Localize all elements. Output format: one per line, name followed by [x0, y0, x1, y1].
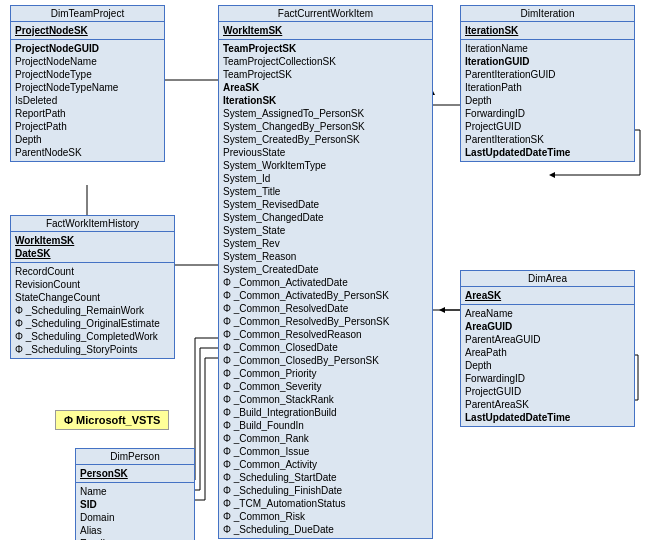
field-foundin: Φ _Build_FoundIn	[223, 419, 428, 432]
field-reportpath: ReportPath	[15, 107, 160, 120]
field-closeddate: Φ _Common_ClosedDate	[223, 341, 428, 354]
field-teamprojectsk2: TeamProjectSK	[223, 68, 428, 81]
field-personsk: PersonSK	[80, 467, 190, 480]
entity-factcurrentworkitem-title: FactCurrentWorkItem	[219, 6, 432, 22]
field-area-projectguid: ProjectGUID	[465, 385, 630, 398]
field-startdate: Φ _Scheduling_StartDate	[223, 471, 428, 484]
field-issue: Φ _Common_Issue	[223, 445, 428, 458]
svg-marker-27	[549, 172, 555, 178]
field-workitemsk-fact: WorkItemSK	[223, 24, 428, 37]
field-reviseddate: System_RevisedDate	[223, 198, 428, 211]
field-completedwork: Φ _Scheduling_CompletedWork	[15, 330, 170, 343]
field-projectnodetypename: ProjectNodeTypeName	[15, 81, 160, 94]
field-iteration-lastupdated: LastUpdatedDateTime	[465, 146, 630, 159]
field-projectnodeguid: ProjectNodeGUID	[15, 42, 160, 55]
field-finishdate: Φ _Scheduling_FinishDate	[223, 484, 428, 497]
entity-dimarea: DimArea AreaSK AreaName AreaGUID ParentA…	[460, 270, 635, 427]
field-originalestimate: Φ _Scheduling_OriginalEstimate	[15, 317, 170, 330]
field-activatedby: Φ _Common_ActivatedBy_PersonSK	[223, 289, 428, 302]
field-projectpath: ProjectPath	[15, 120, 160, 133]
field-priority: Φ _Common_Priority	[223, 367, 428, 380]
field-createdby: System_CreatedBy_PersonSK	[223, 133, 428, 146]
field-parentiterationguid: ParentIterationGUID	[465, 68, 630, 81]
field-iterationpath: IterationPath	[465, 81, 630, 94]
entity-dimperson-title: DimPerson	[76, 449, 194, 465]
field-iterationguid: IterationGUID	[465, 55, 630, 68]
entity-dimarea-title: DimArea	[461, 271, 634, 287]
entity-factcurrentworkitem: FactCurrentWorkItem WorkItemSK TeamProje…	[218, 5, 433, 539]
field-alias: Alias	[80, 524, 190, 537]
field-systemid: System_Id	[223, 172, 428, 185]
entity-factworkitemhistory-pk: WorkItemSK DateSK	[11, 232, 174, 263]
field-recordcount: RecordCount	[15, 265, 170, 278]
field-isdeleted: IsDeleted	[15, 94, 160, 107]
field-stackrank: Φ _Common_StackRank	[223, 393, 428, 406]
entity-dimperson-fields: Name SID Domain Alias Email	[76, 483, 194, 540]
field-areask-fact: AreaSK	[223, 81, 428, 94]
field-iterationname: IterationName	[465, 42, 630, 55]
field-sid: SID	[80, 498, 190, 511]
svg-marker-23	[439, 307, 445, 313]
field-createddate: System_CreatedDate	[223, 263, 428, 276]
entity-factworkitemhistory: FactWorkItemHistory WorkItemSK DateSK Re…	[10, 215, 175, 359]
entity-dimiteration-fields: IterationName IterationGUID ParentIterat…	[461, 40, 634, 161]
entity-dimiteration-pk: IterationSK	[461, 22, 634, 40]
field-remainwork: Φ _Scheduling_RemainWork	[15, 304, 170, 317]
field-resolveddate: Φ _Common_ResolvedDate	[223, 302, 428, 315]
entity-dimteamproject: DimTeamProject ProjectNodeSK ProjectNode…	[10, 5, 165, 162]
entity-dimarea-fields: AreaName AreaGUID ParentAreaGUID AreaPat…	[461, 305, 634, 426]
field-area-depth: Depth	[465, 359, 630, 372]
field-risk: Φ _Common_Risk	[223, 510, 428, 523]
field-iteration-forwardingid: ForwardingID	[465, 107, 630, 120]
entity-dimteamproject-pk: ProjectNodeSK	[11, 22, 164, 40]
field-changeddate: System_ChangedDate	[223, 211, 428, 224]
field-area-lastupdated: LastUpdatedDateTime	[465, 411, 630, 424]
field-previousstate: PreviousState	[223, 146, 428, 159]
field-iteration-depth: Depth	[465, 94, 630, 107]
field-projectnodetype: ProjectNodeType	[15, 68, 160, 81]
field-resolvedby: Φ _Common_ResolvedBy_PersonSK	[223, 315, 428, 328]
entity-dimarea-pk: AreaSK	[461, 287, 634, 305]
field-statechangecount: StateChangeCount	[15, 291, 170, 304]
field-parentnodesk: ParentNodeSK	[15, 146, 160, 159]
field-iterationsk-fact: IterationSK	[223, 94, 428, 107]
field-resolvedreason: Φ _Common_ResolvedReason	[223, 328, 428, 341]
field-closedby: Φ _Common_ClosedBy_PersonSK	[223, 354, 428, 367]
field-iteration-projectguid: ProjectGUID	[465, 120, 630, 133]
field-parentiterationsk: ParentIterationSK	[465, 133, 630, 146]
field-areaguid: AreaGUID	[465, 320, 630, 333]
field-revisioncount: RevisionCount	[15, 278, 170, 291]
field-teamprojectsk: TeamProjectSK	[223, 42, 428, 55]
field-automationstatus: Φ _TCM_AutomationStatus	[223, 497, 428, 510]
field-integrationbuild: Φ _Build_IntegrationBuild	[223, 406, 428, 419]
field-parentareaguid: ParentAreaGUID	[465, 333, 630, 346]
field-parentareask: ParentAreaSK	[465, 398, 630, 411]
field-projectnodename: ProjectNodeName	[15, 55, 160, 68]
field-areapath: AreaPath	[465, 346, 630, 359]
field-datesk: DateSK	[15, 247, 170, 260]
diagram-container: DimTeamProject ProjectNodeSK ProjectNode…	[0, 0, 646, 540]
field-rank: Φ _Common_Rank	[223, 432, 428, 445]
entity-dimperson: DimPerson PersonSK Name SID Domain Alias…	[75, 448, 195, 540]
field-rev: System_Rev	[223, 237, 428, 250]
field-assignedto: System_AssignedTo_PersonSK	[223, 107, 428, 120]
field-workitemsk-history: WorkItemSK	[15, 234, 170, 247]
field-name: Name	[80, 485, 190, 498]
field-areask: AreaSK	[465, 289, 630, 302]
field-duedate: Φ _Scheduling_DueDate	[223, 523, 428, 536]
entity-dimteamproject-fields: ProjectNodeGUID ProjectNodeName ProjectN…	[11, 40, 164, 161]
entity-dimperson-pk: PersonSK	[76, 465, 194, 483]
field-severity: Φ _Common_Severity	[223, 380, 428, 393]
field-areaname: AreaName	[465, 307, 630, 320]
entity-factcurrentworkitem-fields: TeamProjectSK TeamProjectCollectionSK Te…	[219, 40, 432, 538]
field-systemtitle: System_Title	[223, 185, 428, 198]
entity-factworkitemhistory-title: FactWorkItemHistory	[11, 216, 174, 232]
field-storypoints: Φ _Scheduling_StoryPoints	[15, 343, 170, 356]
entity-dimiteration: DimIteration IterationSK IterationName I…	[460, 5, 635, 162]
microsoft-vsts-label: Φ Microsoft_VSTS	[55, 410, 169, 430]
field-changedby: System_ChangedBy_PersonSK	[223, 120, 428, 133]
field-state: System_State	[223, 224, 428, 237]
field-projectnodesk: ProjectNodeSK	[15, 24, 160, 37]
field-reason: System_Reason	[223, 250, 428, 263]
field-domain: Domain	[80, 511, 190, 524]
